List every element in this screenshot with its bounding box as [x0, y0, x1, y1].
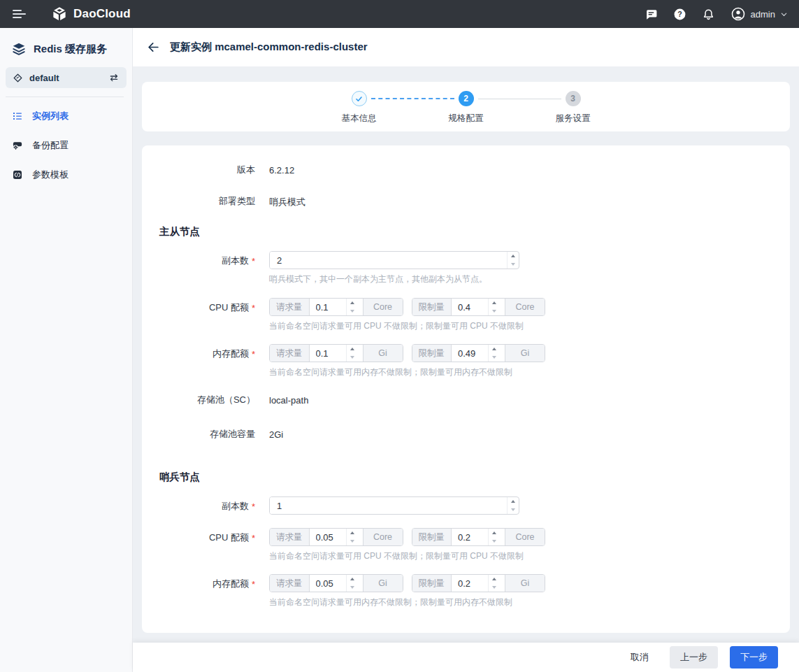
step-service-settings: 3 服务设置: [519, 91, 626, 124]
memory-limit-group: 限制量 Gi: [412, 344, 546, 362]
master-memory-request-input[interactable]: [310, 345, 346, 362]
top-header: DaoCloud ?: [0, 0, 799, 28]
sidebar-item-label: 备份配置: [32, 139, 69, 152]
storage-pool-label: 存储池（SC）: [197, 394, 255, 406]
sidebar-item-backup-config[interactable]: 备份配置: [0, 131, 132, 160]
memory-request-group: 请求量 Gi: [269, 574, 403, 592]
memory-help-text: 当前命名空间请求量可用内存不做限制；限制量可用内存不做限制: [269, 596, 545, 608]
memory-help-text: 当前命名空间请求量可用内存不做限制；限制量可用内存不做限制: [269, 366, 545, 378]
limit-prefix-label: 限制量: [412, 575, 452, 592]
stepper-down-button[interactable]: [347, 353, 358, 362]
namespace-selector[interactable]: default: [6, 67, 127, 88]
request-prefix-label: 请求量: [270, 529, 310, 545]
stepper-down-button[interactable]: [347, 307, 358, 315]
memory-limit-group: 限制量 Gi: [412, 574, 546, 592]
stepper-down-button[interactable]: [489, 583, 500, 592]
namespace-name: default: [29, 73, 59, 83]
stepper-up-button[interactable]: [489, 345, 500, 353]
sentinel-replicas-row: 副本数*: [142, 496, 790, 515]
bell-icon[interactable]: [702, 8, 715, 21]
content-area: 基本信息 2 规格配置 3 服务设置 版本 6.2.12 部署类型: [133, 66, 799, 643]
required-mark: *: [252, 533, 255, 543]
svg-text:?: ?: [677, 10, 682, 18]
sidebar-item-label: 参数模板: [32, 169, 69, 181]
required-mark: *: [252, 579, 255, 589]
master-cpu-limit-input[interactable]: [452, 299, 488, 315]
memory-unit-label: Gi: [505, 345, 545, 362]
stepper-up-button[interactable]: [489, 575, 500, 583]
master-cpu-row: CPU 配额* 请求量: [142, 298, 790, 332]
memory-unit-label: Gi: [505, 575, 545, 592]
previous-step-button[interactable]: 上一步: [670, 646, 718, 669]
cpu-quota-label: CPU 配额: [209, 531, 249, 544]
required-mark: *: [252, 303, 255, 313]
service-title: Redis 缓存服务: [0, 28, 132, 67]
master-replicas-row: 副本数* 哨兵模式下，其中一个副本为主节点，其他副本为从节点。: [142, 251, 790, 285]
cpu-help-text: 当前命名空间请求量可用 CPU 不做限制；限制量可用 CPU 不做限制: [269, 550, 545, 562]
stepper-up-button[interactable]: [508, 497, 519, 506]
sidebar-divider: [6, 96, 124, 97]
storage-capacity-row: 存储池容量 2Gi: [142, 428, 790, 441]
sidebar-nav: 实例列表 备份配置: [0, 101, 132, 190]
cpu-unit-label: Core: [505, 299, 545, 315]
sentinel-replicas-input[interactable]: [270, 497, 507, 514]
sentinel-cpu-limit-input[interactable]: [452, 529, 488, 545]
version-row: 版本 6.2.12: [142, 164, 790, 176]
user-menu[interactable]: admin: [730, 6, 788, 22]
master-memory-limit-input[interactable]: [452, 345, 488, 362]
stepper-down-button[interactable]: [347, 583, 358, 592]
memory-unit-label: Gi: [363, 575, 403, 592]
stepper-up-button[interactable]: [489, 529, 500, 537]
master-cpu-request-input[interactable]: [310, 299, 346, 315]
stepper-down-button[interactable]: [489, 353, 500, 362]
stepper-down-button[interactable]: [489, 537, 500, 545]
cpu-limit-group: 限制量 Core: [412, 298, 546, 316]
step-label: 规格配置: [449, 113, 484, 124]
stepper-down-button[interactable]: [508, 506, 519, 514]
sidebar-item-instance-list[interactable]: 实例列表: [0, 101, 132, 131]
brand: DaoCloud: [51, 6, 131, 22]
sentinel-cpu-row: CPU 配额* 请求量: [142, 528, 790, 562]
cpu-limit-group: 限制量 Core: [412, 528, 546, 546]
next-step-button[interactable]: 下一步: [730, 646, 778, 669]
sentinel-memory-request-input[interactable]: [310, 575, 346, 592]
chat-icon[interactable]: [645, 8, 658, 21]
back-arrow-icon[interactable]: [145, 39, 161, 55]
cpu-help-text: 当前命名空间请求量可用 CPU 不做限制；限制量可用 CPU 不做限制: [269, 320, 545, 332]
sentinel-cpu-request-input[interactable]: [310, 529, 346, 545]
stepper-up-button[interactable]: [347, 345, 358, 353]
master-replicas-input[interactable]: [270, 252, 507, 269]
switch-namespace-icon[interactable]: [108, 72, 120, 83]
stepper-down-button[interactable]: [347, 537, 358, 545]
sentinel-memory-limit-input[interactable]: [452, 575, 488, 592]
stepper-up-button[interactable]: [489, 299, 500, 307]
cpu-unit-label: Core: [363, 529, 403, 545]
cpu-quota-label: CPU 配额: [209, 301, 249, 314]
stepper-down-button[interactable]: [489, 307, 500, 315]
page-title: 更新实例 mcamel-common-redis-cluster: [170, 41, 368, 54]
sentinel-memory-row: 内存配额* 请求量 G: [142, 574, 790, 608]
cancel-button[interactable]: 取消: [631, 651, 649, 664]
cpu-unit-label: Core: [363, 299, 403, 315]
step-number: 2: [459, 91, 474, 106]
list-icon: [12, 110, 23, 122]
menu-toggle-button[interactable]: [10, 7, 29, 21]
form-card: 版本 6.2.12 部署类型 哨兵模式 主从节点 副本数*: [142, 145, 790, 633]
stepper-up-button[interactable]: [347, 299, 358, 307]
stepper-up-button[interactable]: [508, 252, 519, 260]
action-bar: 取消 上一步 下一步: [133, 643, 799, 672]
stepper-down-button[interactable]: [508, 260, 519, 269]
stepper-up-button[interactable]: [347, 529, 358, 537]
help-icon[interactable]: ?: [673, 8, 686, 21]
brand-name: DaoCloud: [73, 7, 131, 21]
request-prefix-label: 请求量: [270, 345, 310, 362]
step-label: 服务设置: [556, 113, 591, 124]
sidebar-item-parameter-templates[interactable]: 参数模板: [0, 160, 132, 190]
master-memory-row: 内存配额* 请求量 G: [142, 344, 790, 378]
deploy-type-value: 哨兵模式: [269, 196, 305, 207]
limit-prefix-label: 限制量: [412, 345, 452, 362]
master-section-title: 主从节点: [142, 225, 790, 238]
stepper-up-button[interactable]: [347, 575, 358, 583]
service-title-text: Redis 缓存服务: [34, 43, 107, 56]
storage-capacity-value: 2Gi: [269, 429, 283, 440]
